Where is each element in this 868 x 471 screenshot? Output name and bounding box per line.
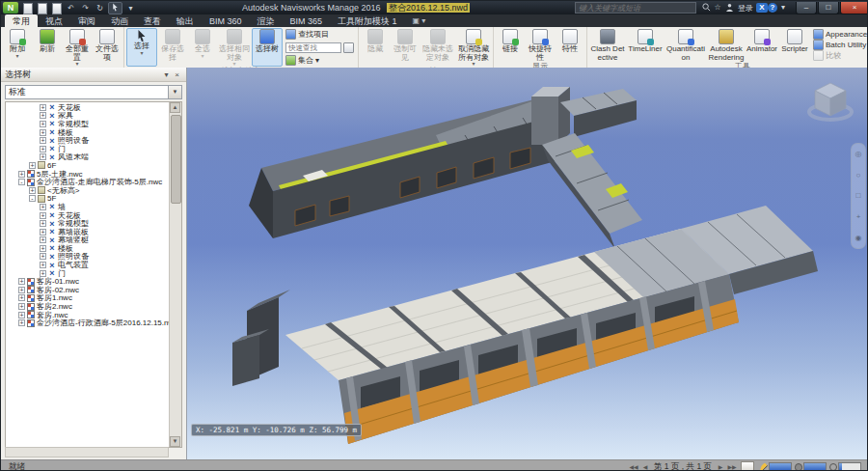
tree-item[interactable]: + 楼板 [6,128,170,137]
appearance-profiler-button[interactable]: Appearance Profiler [813,29,868,40]
tree-item[interactable]: + 幕墙竖梃 [6,236,170,245]
ribbon-tab[interactable]: 动画 [103,14,136,27]
ribbon-tab[interactable]: BIM 360 [202,14,250,27]
scroll-up-icon[interactable]: ▲ [170,102,180,113]
quick-find-input[interactable] [285,42,341,53]
tree-item[interactable]: + 幕墙嵌板 [6,228,170,236]
panel-collapse-icon[interactable]: ▾ [161,70,172,79]
tree-item[interactable]: + 客房-01.nwc [6,277,170,286]
search-icon[interactable] [700,3,712,13]
reset-all-button[interactable]: 全部重置▾ [63,28,92,67]
tree-item[interactable]: + 天花板 [6,103,170,112]
first-sheet-icon[interactable]: ◀◀ [628,462,639,471]
tree-item[interactable]: + 墙 [6,203,170,211]
ribbon-tab[interactable]: 渲染 [250,14,283,27]
undo-button[interactable]: ↶ [65,3,77,14]
ribbon-tab[interactable]: 常用 [5,14,38,27]
select-button[interactable]: 选择▾ [126,28,157,67]
tree-item[interactable]: + 门 [6,269,170,278]
tree-item[interactable]: + 风道末端 [6,153,170,162]
tree-item[interactable]: + 客房2.nwc [6,302,170,311]
help-dropdown-icon[interactable]: ▾ [777,3,789,13]
viewport-3d[interactable]: ◎ ○ □ + ◉ X: -25.821 m Y: -10.726 m Z: 5… [187,68,868,459]
animator-button[interactable]: Animator [746,28,778,62]
tree-item[interactable]: + 家具 [6,112,170,121]
save-button[interactable] [36,3,48,14]
sign-in-link[interactable]: 登录 [738,3,753,14]
refresh-button[interactable]: ↻ [94,3,106,14]
exchange-apps-icon[interactable]: X [756,3,768,13]
tree-item[interactable]: + 金沙湾酒店-行政酒廊-5层2016.12.15.nwc [6,319,170,327]
ribbon-tab[interactable]: 审阅 [70,14,103,27]
select-tool-button[interactable] [108,2,122,14]
unhide-all-button[interactable]: 取消隐藏所有对象▾ [456,28,491,67]
quick-find-search-icon[interactable] [343,42,354,53]
viewcube[interactable] [807,79,854,124]
help-icon[interactable]: ? [768,3,777,13]
sheet-browser-button[interactable] [741,461,754,471]
file-options-button[interactable]: 文件选项 [93,28,122,67]
next-sheet-icon[interactable]: ▶ [715,462,726,471]
properties-button[interactable]: 特性 [556,28,584,62]
links-button[interactable]: 链接 [496,28,525,62]
zoom-window-icon[interactable]: □ [856,191,861,200]
batch-utility-button[interactable]: Batch Utility [813,40,868,50]
steering-wheel-icon[interactable]: ◎ [855,150,862,158]
tree-mode-select[interactable]: 标准 ▼ [5,85,182,99]
maximize-button[interactable]: □ [818,2,839,14]
ribbon-tab[interactable]: BIM 365 [283,14,331,27]
quantification-button[interactable]: Quantification [665,28,707,62]
tree-horizontal-scrollbar[interactable] [5,447,169,457]
scripter-button[interactable]: Scripter [779,28,810,62]
quick-properties-button[interactable]: 快捷特性 [526,28,555,62]
app-logo-icon[interactable]: N [3,2,18,14]
require-button[interactable]: 强制可见 [391,28,420,67]
tree-item[interactable]: + 套房.nwc [6,311,170,319]
refresh-model-button[interactable]: 刷新 [33,28,62,67]
open-button[interactable] [21,3,34,14]
navigation-bar[interactable]: ◎ ○ □ + ◉ [851,143,866,249]
clash-detective-button[interactable]: Clash Detective [589,28,626,62]
prev-sheet-icon[interactable]: ◀ [639,462,651,471]
ribbon-tab[interactable]: 工具附加模块 1 [330,14,405,27]
tree-item[interactable]: + 常规模型 [6,219,170,228]
last-sheet-icon[interactable]: ▶▶ [726,462,738,471]
tree-item[interactable]: + 常规模型 [6,120,170,128]
tree-item[interactable]: + 照明设备 [6,253,170,262]
look-icon[interactable]: ◉ [855,234,862,242]
tree-item[interactable]: + 照明设备 [6,136,170,145]
orbit-icon[interactable]: + [856,212,861,221]
tree-item[interactable]: + 天花板 [6,211,170,220]
select-all-button[interactable]: 全选▾ [188,28,217,67]
tree-item[interactable]: + 5层-土建.nwc [6,170,170,179]
print-button[interactable] [50,3,63,14]
sets-button[interactable]: 集合 ▾ [285,55,354,66]
hide-button[interactable]: 隐藏 [361,28,390,67]
timeliner-button[interactable]: TimeLiner [627,28,664,62]
tree-item[interactable]: - 金沙湾酒店-走廊电梯厅装饰-5层.nwc [6,178,170,186]
select-same-button[interactable]: 选择相同对象▾ [218,28,251,67]
append-button[interactable]: 附加▾ [3,28,32,67]
favorites-star-icon[interactable]: ☆ [712,3,723,13]
tree-item[interactable]: + 客房-02.nwc [6,286,170,294]
scroll-down-icon[interactable]: ▼ [170,436,180,447]
hide-unselected-button[interactable]: 隐藏未选定对象 [420,28,455,67]
selection-tree-button[interactable]: 选择树 [252,28,283,67]
find-items-button[interactable]: 查找项目 [285,29,354,40]
tree-item[interactable]: + <无标高> [6,186,170,195]
scrollbar-thumb[interactable] [171,115,181,204]
tree-vertical-scrollbar[interactable]: ▲ ▼ [169,102,181,447]
ribbon-tab[interactable]: 视点 [38,14,70,27]
minimize-button[interactable]: – [796,2,817,14]
help-search-input[interactable] [575,2,696,14]
qat-dropdown-button[interactable]: ▾ [124,3,137,14]
close-button[interactable]: × [840,2,868,14]
tree-item[interactable]: + 电气装置 [6,261,170,269]
pan-icon[interactable]: ○ [856,171,861,180]
tree-item[interactable]: - 5F [6,195,170,204]
tree-item[interactable]: + 楼板 [6,244,170,253]
user-icon[interactable] [723,3,735,13]
panel-close-icon[interactable]: × [172,70,182,79]
tree-item[interactable]: + 6F [6,161,170,170]
tree-item[interactable]: + 客房1.nwc [6,294,170,303]
